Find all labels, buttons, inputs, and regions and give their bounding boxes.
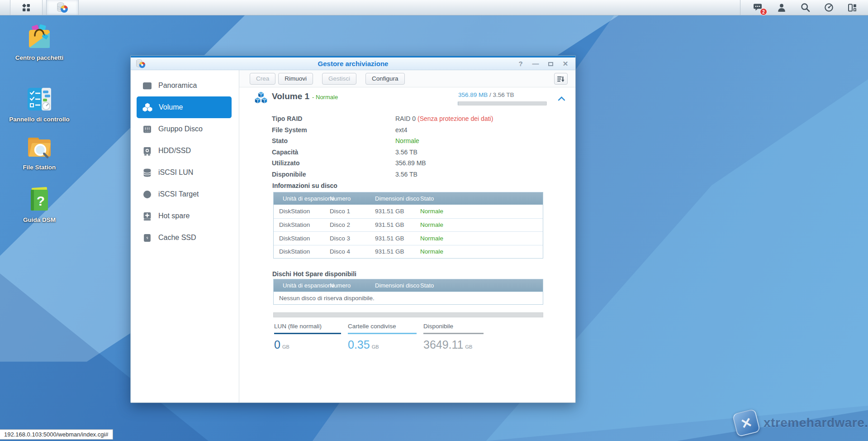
iscsi-lun-icon	[142, 168, 152, 177]
user-icon	[776, 2, 787, 14]
search-icon	[799, 2, 811, 14]
stat-label: LUN (file normali)	[274, 323, 341, 334]
overview-icon	[142, 81, 152, 91]
help-button[interactable]: ?	[517, 60, 525, 68]
minimize-button[interactable]: —	[531, 60, 540, 68]
desktop: 2	[0, 0, 868, 441]
table-row[interactable]: DiskStationDisco 4931.51 GBNormale	[274, 245, 543, 259]
table-row[interactable]: DiskStationDisco 3931.51 GBNormale	[274, 231, 543, 245]
sidebar-item-label: Panoramica	[158, 81, 197, 90]
sidebar-item-hdd-ssd[interactable]: HDD/SSD	[137, 140, 232, 162]
main-menu-button[interactable]	[10, 0, 43, 15]
sidebar-item-label: Gruppo Disco	[158, 125, 203, 133]
detail-row: Utilizzato356.89 MB	[272, 158, 493, 169]
ssd-cache-icon	[142, 233, 152, 243]
remove-button[interactable]: Rimuovi	[278, 73, 313, 85]
collapse-volume-button[interactable]	[556, 95, 567, 103]
volume-status: - Normale	[312, 94, 338, 101]
sidebar-item-label: HDD/SSD	[158, 147, 191, 155]
window-sidebar: Panoramica Volume	[131, 70, 239, 403]
sidebar-item-gruppo-disco[interactable]: Gruppo Disco	[137, 118, 232, 140]
notification-badge: 2	[760, 8, 767, 15]
table-header-row: Unità di espansione Numero Dimensioni di…	[274, 192, 543, 205]
main-menu-grid-icon	[20, 2, 32, 14]
dsm-help-icon: ?	[25, 186, 53, 214]
sidebar-item-iscsi-lun[interactable]: iSCSI LUN	[137, 162, 232, 183]
sidebar-item-volume[interactable]: Volume	[137, 96, 232, 118]
maximize-button[interactable]	[546, 60, 555, 68]
close-button[interactable]: ✕	[561, 60, 569, 68]
hot-spare-table: Unità di espansione Numero Dimensioni di…	[273, 279, 543, 305]
configure-button[interactable]: Configura	[365, 73, 405, 85]
desktop-icon-file-station[interactable]: File Station	[8, 133, 71, 171]
desktop-icon-package-center[interactable]: Centro pacchetti	[8, 24, 71, 62]
taskbar: 2	[0, 0, 868, 15]
storage-manager-taskbar-button[interactable]	[46, 0, 79, 15]
volume-usage-text: 356.89 MB / 3.56 TB	[458, 91, 514, 98]
hot-spare-empty-message: Nessun disco di riserva disponibile.	[274, 292, 543, 304]
volume-panel: Volume 1- Normale 356.89 MB / 3.56 TB Ti…	[239, 87, 575, 403]
sidebar-item-label: Cache SSD	[158, 234, 196, 242]
capacity-bar	[273, 312, 543, 317]
detail-row: Disponibile3.56 TB	[272, 169, 493, 180]
sidebar-item-label: Hot spare	[158, 212, 190, 220]
storage-manager-window: Gestore archiviazione ? — ✕	[130, 55, 576, 403]
create-button[interactable]: Crea	[250, 73, 275, 85]
stat-label: Disponibile	[423, 323, 484, 334]
volume-usage-bar-fill	[458, 101, 458, 105]
window-content: Crea Rimuovi Gestisci Configura	[239, 70, 575, 403]
sidebar-item-label: Volume	[159, 103, 183, 111]
window-title: Gestore archiviazione	[131, 60, 575, 67]
stat-value: 3649.11GB	[423, 338, 484, 351]
stat-lun: LUN (file normali) 0GB	[274, 323, 341, 351]
desktop-icon-label: File Station	[8, 164, 71, 171]
detail-row: Tipo RAIDRAID 0 (Senza protezione dei da…	[272, 113, 493, 125]
manage-button[interactable]: Gestisci	[322, 73, 356, 85]
notifications-button[interactable]: 2	[752, 2, 764, 14]
volume-icon-large	[251, 90, 270, 107]
raid-warning: (Senza protezione dei dati)	[417, 115, 493, 122]
chat-bubble-icon: 2	[752, 2, 764, 14]
widgets-icon	[846, 2, 858, 14]
detail-row: Capacità3.56 TB	[272, 147, 493, 158]
desktop-icon-control-panel[interactable]: Pannello di controllo	[8, 85, 71, 123]
detail-row: File Systemext4	[272, 125, 493, 136]
hdd-ssd-icon	[142, 146, 152, 156]
window-titlebar[interactable]: Gestore archiviazione ? — ✕	[131, 58, 575, 70]
table-row[interactable]: DiskStationDisco 1931.51 GBNormale	[274, 205, 543, 218]
desktop-icon-label: Guida DSM	[8, 216, 71, 224]
desktop-icon-dsm-help[interactable]: ? Guida DSM	[8, 186, 71, 224]
stat-value: 0.35GB	[348, 338, 417, 351]
disk-group-icon	[142, 125, 152, 134]
desktop-icon-label: Centro pacchetti	[8, 54, 71, 62]
volume-cubes-icon	[142, 103, 152, 112]
sidebar-item-hot-spare[interactable]: Hot spare	[137, 205, 232, 227]
pilot-view-button[interactable]	[823, 2, 835, 14]
iscsi-target-icon	[142, 190, 152, 199]
collapse-list-icon	[557, 75, 565, 83]
table-row[interactable]: DiskStationDisco 2931.51 GBNormale	[274, 218, 543, 232]
toolbar: Crea Rimuovi Gestisci Configura	[239, 70, 575, 87]
chevron-up-icon	[558, 96, 565, 101]
desktop-icon-label: Pannello di controllo	[8, 116, 71, 123]
storage-manager-app-icon	[57, 2, 68, 14]
sidebar-item-cache-ssd[interactable]: Cache SSD	[137, 227, 232, 249]
stat-value: 0GB	[274, 338, 341, 351]
sidebar-item-iscsi-target[interactable]: iSCSI Target	[137, 183, 232, 205]
volume-usage-bar	[458, 101, 547, 105]
watermark-logo: ✕	[732, 408, 760, 437]
svg-text:?: ?	[37, 193, 45, 208]
package-center-icon	[25, 24, 53, 52]
sidebar-item-panoramica[interactable]: Panoramica	[137, 75, 232, 96]
sidebar-item-label: iSCSI LUN	[158, 168, 193, 177]
volume-name: Volume 1- Normale	[272, 91, 338, 101]
stat-shared-folders: Cartelle condivise 0.35GB	[348, 323, 417, 351]
sidebar-item-label: iSCSI Target	[158, 190, 199, 198]
collapse-all-button[interactable]	[554, 73, 568, 85]
control-panel-icon	[25, 85, 53, 113]
search-button[interactable]	[799, 2, 811, 14]
status-url: 192.168.0.103:5000/webman/index.cgi#	[0, 429, 113, 440]
user-menu-button[interactable]	[776, 2, 787, 14]
hot-spare-title: Dischi Hot Spare disponibili	[272, 270, 356, 278]
widgets-button[interactable]	[846, 2, 858, 14]
